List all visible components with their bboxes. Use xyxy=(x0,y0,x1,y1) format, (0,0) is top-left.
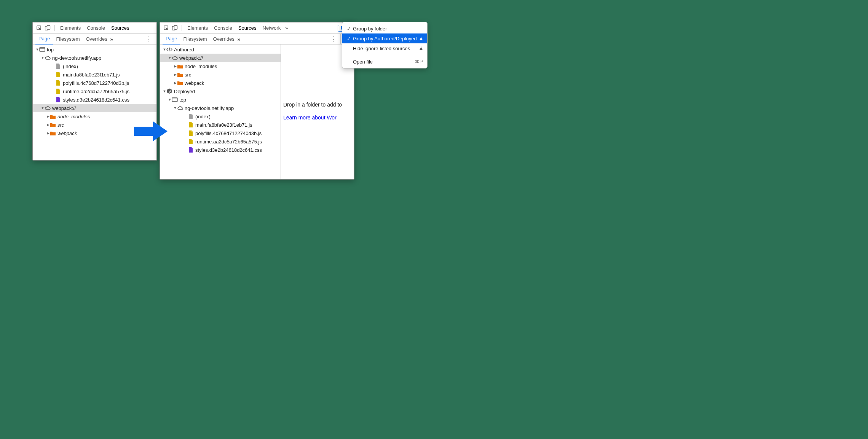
collapse-icon: ▼ xyxy=(168,56,172,60)
frame-icon xyxy=(39,46,45,52)
tree-node-top[interactable]: ▼ top xyxy=(160,95,281,104)
collapse-icon: ▼ xyxy=(163,48,166,51)
collapse-icon: ▼ xyxy=(168,98,172,102)
learn-more-link[interactable]: Learn more about Wor xyxy=(283,115,337,121)
tree-file-polyfills-js[interactable]: ▶ polyfills.4c768d7122740d3b.js xyxy=(33,79,156,87)
tree-label: Deployed xyxy=(174,89,195,94)
tree-label: (index) xyxy=(63,64,78,69)
file-icon xyxy=(55,63,61,69)
tree-node-top[interactable]: ▼ top xyxy=(33,45,156,54)
tab-sources[interactable]: Sources xyxy=(235,22,260,34)
css-file-icon xyxy=(188,147,194,153)
device-toggle-icon[interactable] xyxy=(44,24,51,32)
subtab-overrides[interactable]: Overrides xyxy=(83,34,110,45)
menu-group-by-authored-deployed[interactable]: ✓ Group by Authored/Deployed xyxy=(342,33,427,43)
sources-subtabbar: Page Filesystem Overrides » ⋮ xyxy=(33,34,156,45)
kebab-menu-icon[interactable]: ⋮ xyxy=(144,35,154,43)
folder-icon xyxy=(50,122,56,128)
more-tabs-icon[interactable]: » xyxy=(238,36,241,42)
tree-label: main.fa8bfa0e23f1eb71.js xyxy=(195,122,252,128)
inspect-icon[interactable] xyxy=(35,24,43,32)
tree-group-authored[interactable]: ▼ Authored xyxy=(160,45,281,54)
menu-shortcut: ⌘ P xyxy=(415,59,423,64)
tree-group-deployed[interactable]: ▼ Deployed xyxy=(160,87,281,95)
tree-folder-src[interactable]: ▶ src xyxy=(160,70,281,79)
tab-elements[interactable]: Elements xyxy=(184,22,211,34)
folder-icon xyxy=(177,63,183,69)
folder-icon xyxy=(50,130,56,136)
menu-label: Group by Authored/Deployed xyxy=(353,36,419,41)
subtab-overrides[interactable]: Overrides xyxy=(210,34,238,45)
menu-label: Group by folder xyxy=(353,26,423,32)
expand-icon: ▶ xyxy=(46,123,50,127)
experiment-icon xyxy=(419,46,423,51)
subtab-filesystem[interactable]: Filesystem xyxy=(53,34,83,45)
inspect-icon[interactable] xyxy=(163,24,170,32)
subtab-filesystem[interactable]: Filesystem xyxy=(180,34,210,45)
tree-file-runtime-js[interactable]: ▶ runtime.aa2dc5a72b65a575.js xyxy=(33,87,156,95)
experiment-icon xyxy=(419,36,423,41)
transition-arrow-icon xyxy=(134,121,168,141)
more-tabs-icon[interactable]: » xyxy=(110,36,113,42)
js-file-icon xyxy=(188,122,194,128)
tree-label: runtime.aa2dc5a72b65a575.js xyxy=(195,139,262,145)
tree-folder-node-modules[interactable]: ▶ node_modules xyxy=(160,62,281,70)
subtab-page[interactable]: Page xyxy=(163,34,180,45)
tree-label: node_modules xyxy=(185,64,217,69)
more-tabs-icon[interactable]: » xyxy=(284,25,289,31)
menu-label: Open file xyxy=(353,59,415,65)
js-file-icon xyxy=(55,72,61,78)
folder-icon xyxy=(177,80,183,86)
cloud-icon xyxy=(45,105,51,111)
tab-sources[interactable]: Sources xyxy=(108,22,132,34)
folder-icon xyxy=(177,72,183,78)
css-file-icon xyxy=(55,97,61,103)
tree-node-webpack[interactable]: ▼ webpack:// xyxy=(33,104,156,112)
tree-label: Authored xyxy=(174,47,194,52)
tree-file-index[interactable]: ▶ (index) xyxy=(160,112,281,121)
tree-label: webpack:// xyxy=(52,105,76,111)
subtab-page[interactable]: Page xyxy=(35,34,53,45)
tree-file-main-js[interactable]: ▶ main.fa8bfa0e23f1eb71.js xyxy=(160,121,281,129)
cloud-icon xyxy=(172,55,178,61)
separator xyxy=(182,25,182,31)
main-tabbar: Elements Console Sources xyxy=(33,22,156,34)
tree-label: main.fa8bfa0e23f1eb71.js xyxy=(63,72,120,78)
frame-icon xyxy=(172,97,178,103)
folder-icon xyxy=(50,113,56,119)
tree-file-runtime-js[interactable]: ▶ runtime.aa2dc5a72b65a575.js xyxy=(160,137,281,146)
tree-folder-webpack[interactable]: ▶ webpack xyxy=(160,79,281,87)
tree-file-polyfills-js[interactable]: ▶ polyfills.4c768d7122740d3b.js xyxy=(160,129,281,137)
device-toggle-icon[interactable] xyxy=(171,24,179,32)
tree-folder-node-modules[interactable]: ▶ node_modules xyxy=(33,112,156,121)
menu-group-by-folder[interactable]: ✓ Group by folder xyxy=(342,24,427,33)
menu-open-file[interactable]: Open file ⌘ P xyxy=(342,57,427,67)
tab-network[interactable]: Network xyxy=(260,22,284,34)
tab-console[interactable]: Console xyxy=(211,22,235,34)
kebab-menu-icon[interactable]: ⋮ xyxy=(328,35,339,43)
tree-label: ng-devtools.netlify.app xyxy=(185,105,234,111)
cloud-icon xyxy=(45,55,51,61)
tree-label: top xyxy=(179,97,186,103)
menu-divider xyxy=(342,55,427,55)
file-tree: ▼ Authored ▼ webpack:// ▶ node_modules ▶… xyxy=(160,45,281,179)
tab-console[interactable]: Console xyxy=(84,22,108,34)
js-file-icon xyxy=(188,130,194,136)
tree-file-styles-css[interactable]: ▶ styles.d3e2b24618d2c641.css xyxy=(33,95,156,104)
tree-node-domain[interactable]: ▼ ng-devtools.netlify.app xyxy=(160,104,281,112)
tab-elements[interactable]: Elements xyxy=(57,22,84,34)
tree-node-domain[interactable]: ▼ ng-devtools.netlify.app xyxy=(33,54,156,62)
drop-folder-message: Drop in a folder to add to xyxy=(283,102,354,108)
tree-label: src xyxy=(185,72,191,78)
js-file-icon xyxy=(55,80,61,86)
menu-hide-ignore-listed[interactable]: Hide ignore-listed sources xyxy=(342,43,427,53)
collapse-icon: ▼ xyxy=(173,106,177,110)
cloud-icon xyxy=(177,105,183,111)
tree-file-main-js[interactable]: ▶ main.fa8bfa0e23f1eb71.js xyxy=(33,70,156,79)
tree-file-styles-css[interactable]: ▶ styles.d3e2b24618d2c641.css xyxy=(160,146,281,154)
tree-file-index[interactable]: ▶ (index) xyxy=(33,62,156,70)
tree-node-webpack[interactable]: ▼ webpack:// xyxy=(160,54,281,62)
collapse-icon: ▼ xyxy=(35,48,39,51)
menu-label: Hide ignore-listed sources xyxy=(353,46,419,51)
tree-label: styles.d3e2b24618d2c641.css xyxy=(63,97,129,103)
